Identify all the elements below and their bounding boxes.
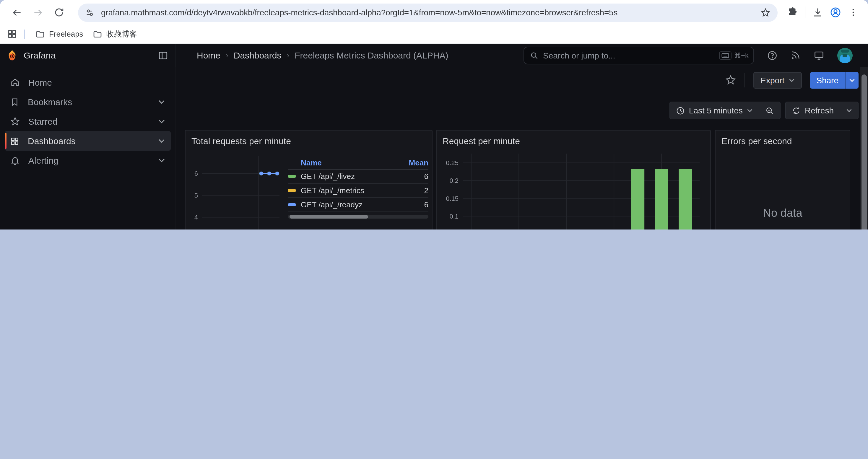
sidebar-toggle-icon[interactable] <box>158 50 168 61</box>
series-swatch <box>288 203 296 206</box>
total-requests-chart[interactable]: 2345617:40 <box>191 153 283 230</box>
keyboard-icon <box>719 51 732 59</box>
share-button[interactable]: Share <box>810 72 845 88</box>
profile-button[interactable] <box>827 4 844 21</box>
svg-text:6: 6 <box>194 170 198 177</box>
bookmark-star-icon[interactable] <box>761 7 771 18</box>
refresh-button[interactable]: Refresh <box>786 102 840 119</box>
browser-menu-button[interactable] <box>844 4 862 21</box>
dashboard-actions-row: Export Share <box>176 67 868 93</box>
panel-errors-per-second: Errors per second No data <box>715 130 850 230</box>
actions-divider <box>745 73 745 87</box>
refresh-icon <box>792 106 801 115</box>
home-icon <box>10 77 20 88</box>
breadcrumb-dashboards[interactable]: Dashboards <box>234 50 282 60</box>
time-controls-row: Last 5 minutes Refresh <box>176 102 868 119</box>
panel-title[interactable]: Total requests per minute <box>191 135 426 148</box>
scrollbar-thumb[interactable] <box>862 74 867 230</box>
breadcrumb-separator: › <box>287 51 289 60</box>
forward-icon <box>32 7 43 18</box>
zoom-out-button[interactable] <box>759 102 780 119</box>
search-shortcut: ⌘+k <box>719 51 749 59</box>
breadcrumb: Home › Dashboards › Freeleaps Metrics Da… <box>197 50 448 60</box>
bookmark-folder-blogs[interactable]: 收藏博客 <box>88 27 142 41</box>
panel-total-requests: Total requests per minute 2345617:40 Nam… <box>185 130 433 230</box>
bookmark-folder-freeleaps[interactable]: Freeleaps <box>31 28 88 40</box>
dashboards-grid-icon <box>10 136 20 145</box>
panel-request-per-minute: Request per minute 00.050.10.150.20.2517… <box>436 130 711 230</box>
clock-icon <box>676 106 685 115</box>
refresh-interval-button[interactable] <box>840 102 858 119</box>
bookmark-folder-label: 收藏博客 <box>106 29 137 39</box>
no-data-message: No data <box>721 148 844 230</box>
time-range-group: Last 5 minutes <box>670 102 780 119</box>
site-settings-icon[interactable] <box>85 7 95 18</box>
help-icon[interactable] <box>767 50 778 61</box>
bell-icon <box>10 155 20 165</box>
download-icon <box>812 7 823 18</box>
toolbar-separator <box>805 6 805 18</box>
back-button[interactable] <box>8 4 25 21</box>
grafana-logo[interactable] <box>6 49 18 61</box>
chevron-down-icon[interactable] <box>158 100 165 104</box>
extensions-button[interactable] <box>783 4 801 21</box>
chevron-down-icon <box>788 78 795 82</box>
zoom-out-icon <box>765 106 774 115</box>
apps-grid-icon[interactable] <box>7 29 17 39</box>
col-name[interactable]: Name <box>288 158 399 167</box>
chevron-down-icon[interactable] <box>158 139 165 143</box>
sidebar-item-dashboards[interactable]: Dashboards <box>5 131 171 151</box>
search-input[interactable]: Search or jump to... ⌘+k <box>524 46 754 64</box>
reload-button[interactable] <box>51 4 67 21</box>
bookmark-icon <box>10 97 20 107</box>
breadcrumb-home[interactable]: Home <box>197 50 220 60</box>
reload-icon <box>54 7 64 18</box>
panel-title[interactable]: Errors per second <box>721 135 844 148</box>
search-placeholder: Search or jump to... <box>543 51 719 60</box>
dashboard-content: Export Share Last 5 minutes <box>176 67 868 230</box>
favorite-star-icon[interactable] <box>725 74 736 86</box>
brand-name[interactable]: Grafana <box>24 50 158 60</box>
user-avatar[interactable] <box>837 47 852 63</box>
chevron-down-icon[interactable] <box>158 119 165 124</box>
share-menu-button[interactable] <box>845 72 859 88</box>
app-body: Home Bookmarks Starred Dashboards <box>0 67 868 230</box>
forward-button[interactable] <box>30 4 46 21</box>
time-range-picker[interactable]: Last 5 minutes <box>670 102 759 119</box>
series-swatch <box>288 189 296 192</box>
svg-text:0.25: 0.25 <box>446 159 459 167</box>
chevron-down-icon <box>846 109 852 112</box>
table-header: Name Mean <box>288 156 428 169</box>
svg-text:0.1: 0.1 <box>450 213 459 220</box>
folder-icon <box>93 29 102 39</box>
svg-text:5: 5 <box>194 192 198 199</box>
url-text[interactable]: grafana.mathmast.com/d/deytv4rwavabkb/fr… <box>101 8 761 17</box>
kiosk-monitor-icon[interactable] <box>814 50 824 61</box>
header-icons <box>767 47 852 63</box>
table-row: GET /api/_/readyz 6 <box>288 198 428 212</box>
downloads-button[interactable] <box>809 4 827 21</box>
url-bar[interactable]: grafana.mathmast.com/d/deytv4rwavabkb/fr… <box>78 3 778 22</box>
svg-text:4: 4 <box>194 214 198 221</box>
back-icon <box>11 7 22 18</box>
export-button[interactable]: Export <box>753 72 802 88</box>
request-per-minute-chart[interactable]: 00.050.10.150.20.2517:37:0017:38:0017:39… <box>442 150 703 230</box>
chevron-down-icon[interactable] <box>158 158 165 162</box>
grafana-app: Grafana Home › Dashboards › Freeleaps Me… <box>0 44 868 230</box>
sidebar-item-home[interactable]: Home <box>5 73 171 92</box>
table-row: GET /api/_/livez 6 <box>288 169 428 184</box>
sidebar-item-alerting[interactable]: Alerting <box>5 151 171 170</box>
page-scrollbar <box>860 67 868 230</box>
app-header: Grafana Home › Dashboards › Freeleaps Me… <box>0 44 868 67</box>
sidebar-item-bookmarks[interactable]: Bookmarks <box>5 92 171 112</box>
bookmarks-bar: Freeleaps 收藏博客 <box>0 25 868 44</box>
sidebar-item-starred[interactable]: Starred <box>5 112 171 131</box>
col-mean[interactable]: Mean <box>399 158 428 167</box>
breadcrumb-current: Freeleaps Metrics Dashboard (ALPHA) <box>294 50 448 60</box>
sidebar: Home Bookmarks Starred Dashboards <box>0 67 176 230</box>
news-rss-icon[interactable] <box>790 50 801 60</box>
panel-title[interactable]: Request per minute <box>442 135 704 148</box>
svg-text:0.2: 0.2 <box>450 177 459 184</box>
header-left: Grafana <box>0 44 176 67</box>
hscroll-thumb[interactable] <box>289 215 368 219</box>
